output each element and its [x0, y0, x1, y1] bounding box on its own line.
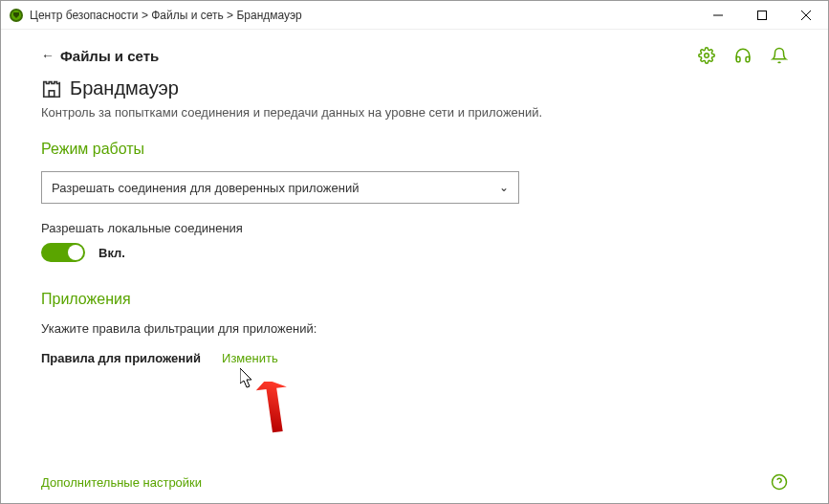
- settings-gear-icon[interactable]: [698, 47, 715, 64]
- mode-dropdown[interactable]: Разрешать соединения для доверенных прил…: [41, 171, 519, 204]
- svg-rect-3: [758, 11, 767, 19]
- mode-section-title: Режим работы: [41, 141, 788, 158]
- chevron-down-icon: ⌄: [499, 181, 509, 194]
- mode-dropdown-value: Разрешать соединения для доверенных прил…: [52, 181, 360, 195]
- apps-description: Укажите правила фильтрации для приложени…: [41, 321, 788, 336]
- notifications-bell-icon[interactable]: [771, 47, 788, 64]
- firewall-castle-icon: [41, 78, 62, 99]
- support-headset-icon[interactable]: [734, 47, 752, 64]
- svg-rect-7: [49, 90, 55, 96]
- maximize-button[interactable]: [740, 1, 784, 30]
- page-title: Брандмауэр: [70, 77, 179, 99]
- back-arrow-icon: ←: [41, 48, 55, 63]
- help-icon[interactable]: [771, 473, 788, 491]
- allow-local-label: Разрешать локальные соединения: [41, 221, 788, 235]
- allow-local-toggle[interactable]: [41, 243, 85, 262]
- page-description: Контроль за попытками соединения и перед…: [41, 105, 788, 120]
- back-link[interactable]: ← Файлы и сеть: [41, 48, 159, 64]
- back-link-label: Файлы и сеть: [60, 48, 159, 64]
- svg-point-6: [705, 54, 709, 58]
- change-rules-link[interactable]: Изменить: [222, 351, 278, 365]
- toggle-knob: [68, 245, 83, 260]
- titlebar-breadcrumb: Центр безопасности > Файлы и сеть > Бран…: [30, 9, 696, 22]
- close-button[interactable]: [784, 1, 828, 30]
- toggle-state-label: Вкл.: [98, 246, 125, 260]
- app-rules-label: Правила для приложений: [41, 351, 201, 365]
- app-logo-icon: [9, 8, 24, 23]
- window-controls: [696, 1, 828, 30]
- advanced-settings-link[interactable]: Дополнительные настройки: [41, 475, 202, 490]
- titlebar: Центр безопасности > Файлы и сеть > Бран…: [1, 1, 828, 30]
- minimize-button[interactable]: [696, 1, 740, 30]
- apps-section-title: Приложения: [41, 291, 788, 308]
